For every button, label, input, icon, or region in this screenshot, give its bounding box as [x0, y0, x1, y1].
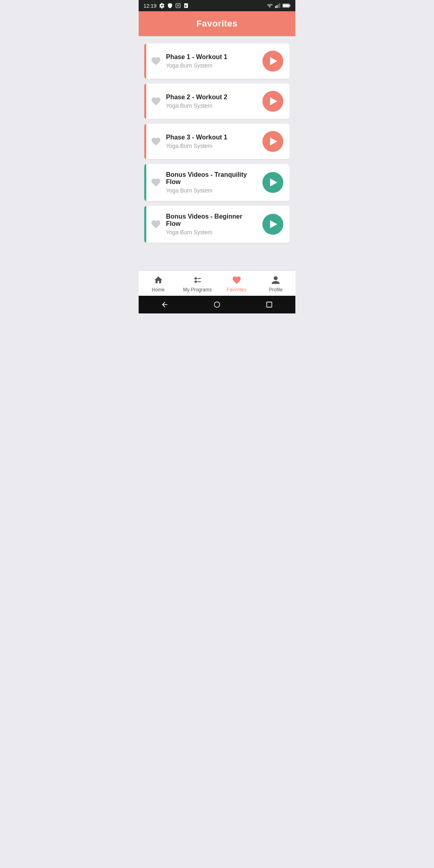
- svg-rect-12: [289, 5, 290, 6]
- play-triangle-icon: [270, 178, 277, 186]
- workout-title: Phase 3 - Workout 1: [166, 134, 258, 141]
- play-triangle-icon: [270, 137, 277, 145]
- play-button[interactable]: [262, 131, 283, 152]
- workout-title: Phase 2 - Workout 2: [166, 94, 258, 101]
- recents-button[interactable]: [263, 299, 275, 311]
- svg-rect-5: [185, 6, 186, 7]
- svg-rect-6: [186, 6, 186, 7]
- sim-icon: [183, 3, 189, 8]
- favorite-heart-icon[interactable]: [151, 219, 161, 229]
- card-text-area: Phase 2 - Workout 2 Yoga Burn System: [166, 94, 258, 109]
- nav-item-favorites[interactable]: Favorites: [217, 271, 256, 296]
- nav-item-home[interactable]: Home: [139, 271, 178, 296]
- svg-rect-19: [267, 302, 272, 307]
- svg-point-14: [194, 277, 197, 280]
- play-button[interactable]: [262, 51, 283, 72]
- play-button[interactable]: [262, 91, 283, 112]
- back-button[interactable]: [159, 299, 171, 311]
- workout-title: Bonus Videos - Beginner Flow: [166, 213, 258, 227]
- signal-icon: [275, 3, 280, 8]
- nav-item-my-programs[interactable]: My Programs: [178, 271, 217, 296]
- play-triangle-icon: [270, 220, 277, 228]
- list-item: Bonus Videos - Beginner Flow Yoga Burn S…: [144, 206, 290, 243]
- svg-point-18: [214, 302, 220, 307]
- workout-subtitle: Yoga Burn System: [166, 143, 258, 149]
- workout-subtitle: Yoga Burn System: [166, 229, 258, 235]
- card-text-area: Phase 1 - Workout 1 Yoga Burn System: [166, 53, 258, 69]
- home-icon: [153, 275, 164, 285]
- nav-label-home: Home: [152, 287, 165, 293]
- svg-text:A: A: [177, 4, 179, 7]
- workout-title: Bonus Videos - Tranquility Flow: [166, 171, 258, 186]
- my-programs-icon: [192, 275, 203, 285]
- play-button[interactable]: [262, 214, 283, 235]
- svg-rect-13: [283, 4, 289, 7]
- workout-subtitle: Yoga Burn System: [166, 187, 258, 194]
- nav-label-my-programs: My Programs: [183, 287, 212, 293]
- shield-icon: [167, 3, 173, 8]
- favorite-heart-icon[interactable]: [151, 177, 161, 188]
- card-text-area: Bonus Videos - Beginner Flow Yoga Burn S…: [166, 213, 258, 235]
- favorites-list: Phase 1 - Workout 1 Yoga Burn System Pha…: [139, 36, 295, 270]
- svg-rect-4: [186, 5, 186, 6]
- nav-label-favorites: Favorites: [227, 287, 246, 293]
- home-button[interactable]: [211, 299, 223, 311]
- battery-icon: [283, 3, 291, 8]
- svg-rect-10: [279, 3, 280, 8]
- list-item: Bonus Videos - Tranquility Flow Yoga Bur…: [144, 164, 290, 201]
- favorite-heart-icon[interactable]: [151, 136, 161, 147]
- play-button[interactable]: [262, 172, 283, 193]
- svg-rect-9: [278, 4, 279, 8]
- text-icon: A: [175, 3, 181, 8]
- wifi-icon: [266, 3, 273, 8]
- favorites-icon: [231, 275, 242, 285]
- status-time-area: 12:19 A: [143, 3, 189, 9]
- nav-item-profile[interactable]: Profile: [256, 271, 296, 296]
- workout-subtitle: Yoga Burn System: [166, 102, 258, 109]
- page-header: Favorites: [139, 11, 295, 36]
- profile-icon: [270, 275, 281, 285]
- card-text-area: Phase 3 - Workout 1 Yoga Burn System: [166, 134, 258, 149]
- settings-icon: [159, 3, 165, 8]
- workout-subtitle: Yoga Burn System: [166, 62, 258, 69]
- workout-title: Phase 1 - Workout 1: [166, 53, 258, 61]
- svg-rect-3: [185, 5, 186, 6]
- play-triangle-icon: [270, 97, 277, 105]
- svg-point-16: [194, 280, 197, 283]
- android-navigation-bar: [139, 296, 295, 313]
- favorite-heart-icon[interactable]: [151, 56, 161, 66]
- play-triangle-icon: [270, 57, 277, 65]
- status-icons-area: [266, 3, 291, 8]
- card-text-area: Bonus Videos - Tranquility Flow Yoga Bur…: [166, 171, 258, 194]
- svg-rect-7: [275, 6, 276, 8]
- page-title: Favorites: [145, 18, 289, 29]
- list-item: Phase 3 - Workout 1 Yoga Burn System: [144, 124, 290, 159]
- svg-rect-8: [276, 5, 277, 8]
- time-display: 12:19: [143, 3, 157, 9]
- status-bar: 12:19 A: [139, 0, 295, 11]
- favorite-heart-icon[interactable]: [151, 96, 161, 106]
- list-item: Phase 1 - Workout 1 Yoga Burn System: [144, 43, 290, 79]
- nav-label-profile: Profile: [269, 287, 283, 293]
- bottom-navigation: Home My Programs Favorites Profile: [139, 270, 295, 296]
- list-item: Phase 2 - Workout 2 Yoga Burn System: [144, 84, 290, 119]
